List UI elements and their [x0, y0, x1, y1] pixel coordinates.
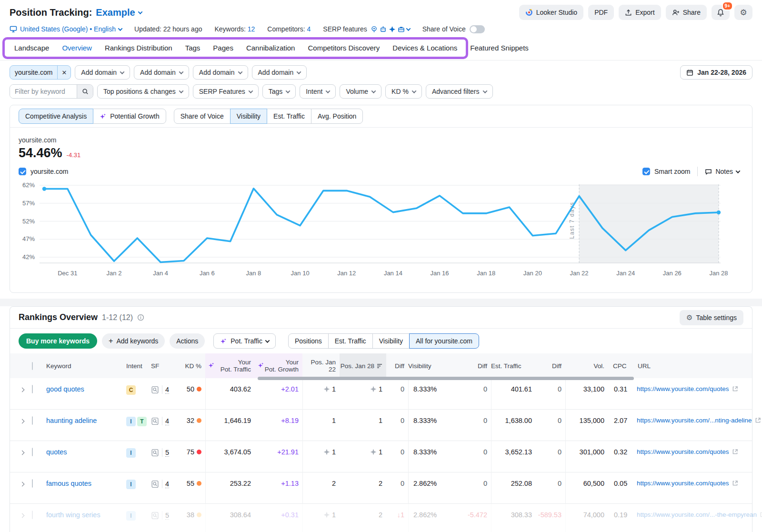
- col-diff-visibility[interactable]: Diff: [461, 362, 491, 370]
- tab-cannibalization[interactable]: Cannibalization: [246, 37, 295, 59]
- keyword-link[interactable]: fourth wing series: [46, 511, 100, 519]
- pdf-button[interactable]: PDF: [588, 5, 614, 20]
- tab-rankings-distribution[interactable]: Rankings Distribution: [105, 37, 172, 59]
- tab-overview[interactable]: Overview: [62, 37, 92, 59]
- url-link[interactable]: https://www.yoursite.com/...nting-adelin…: [637, 417, 752, 424]
- competitors-count[interactable]: Competitors: 4: [267, 25, 311, 33]
- row-checkbox[interactable]: [32, 479, 33, 488]
- col-pot-growth[interactable]: Your Pot. Growth: [255, 353, 302, 378]
- add-domain-button-4[interactable]: Add domain: [252, 65, 307, 80]
- url-link[interactable]: https://www.yoursite.com/...-the-empyrea…: [637, 511, 757, 518]
- intent-badge-i[interactable]: I: [126, 511, 136, 521]
- intent-badge-t[interactable]: T: [137, 417, 147, 426]
- row-expand-chevron[interactable]: [20, 482, 25, 487]
- view-est-traffic[interactable]: Est. Traffic: [328, 333, 373, 349]
- col-cpc[interactable]: CPC: [608, 362, 633, 370]
- share-of-voice-toggle[interactable]: [470, 25, 485, 33]
- competitive-analysis-toggle[interactable]: Competitive Analysis: [19, 109, 93, 124]
- metric-visibility[interactable]: Visibility: [230, 109, 267, 124]
- export-button[interactable]: Export: [619, 5, 661, 20]
- intent-badge-c[interactable]: C: [126, 385, 136, 395]
- search-button[interactable]: [77, 85, 93, 98]
- url-link[interactable]: https://www.yoursite.com/quotes: [637, 480, 729, 487]
- tab-featured-snippets[interactable]: Featured Snippets: [470, 37, 529, 59]
- url-link[interactable]: https://www.yoursite.com/quotes: [637, 385, 729, 392]
- project-selector[interactable]: Example: [96, 7, 141, 18]
- row-checkbox[interactable]: [32, 385, 33, 393]
- top-positions-filter[interactable]: Top positions & changes: [97, 84, 189, 99]
- serp-features-count[interactable]: 5: [165, 512, 169, 520]
- remove-domain-button[interactable]: ✕: [57, 65, 70, 80]
- tab-pages[interactable]: Pages: [213, 37, 233, 59]
- add-domain-button-3[interactable]: Add domain: [193, 65, 248, 80]
- select-all-checkbox[interactable]: [32, 362, 33, 370]
- tags-filter[interactable]: Tags: [262, 84, 296, 99]
- table-horizontal-scrollbar[interactable]: [258, 377, 634, 380]
- view-all-for-yoursite[interactable]: All for yoursite.com: [409, 333, 479, 349]
- col-intent[interactable]: Intent: [126, 362, 151, 370]
- row-expand-chevron[interactable]: [20, 451, 25, 455]
- keywords-count[interactable]: Keywords: 12: [214, 25, 255, 33]
- col-kd[interactable]: KD %: [180, 362, 205, 370]
- kd-filter[interactable]: KD %: [385, 84, 422, 99]
- col-volume[interactable]: Vol.: [565, 362, 608, 370]
- notes-dropdown[interactable]: Notes: [705, 168, 740, 175]
- intent-filter[interactable]: Intent: [300, 84, 336, 99]
- view-positions[interactable]: Positions: [288, 333, 329, 349]
- tab-competitors-discovery[interactable]: Competitors Discovery: [308, 37, 380, 59]
- actions-button[interactable]: Actions: [170, 333, 205, 349]
- row-expand-chevron[interactable]: [20, 388, 25, 392]
- col-url[interactable]: URL: [633, 362, 752, 370]
- legend-checkbox[interactable]: [19, 168, 26, 175]
- view-visibility[interactable]: Visibility: [372, 333, 410, 349]
- add-keywords-button[interactable]: +Add keywords: [102, 333, 165, 349]
- looker-studio-button[interactable]: Looker Studio: [519, 5, 583, 20]
- volume-filter[interactable]: Volume: [340, 84, 381, 99]
- col-sf[interactable]: SF: [151, 362, 180, 370]
- col-keyword[interactable]: Keyword: [46, 362, 126, 370]
- keyword-link[interactable]: good quotes: [46, 385, 84, 393]
- serp-features-count[interactable]: 4: [165, 417, 169, 425]
- add-domain-button-1[interactable]: Add domain: [75, 65, 130, 80]
- metric-avg-position[interactable]: Avg. Position: [311, 109, 363, 124]
- tab-devices-locations[interactable]: Devices & Locations: [392, 37, 457, 59]
- row-checkbox[interactable]: [32, 416, 33, 425]
- settings-button[interactable]: ⚙: [734, 5, 752, 20]
- legend-item-yoursite[interactable]: yoursite.com: [19, 168, 68, 175]
- share-button[interactable]: Share: [666, 5, 707, 20]
- metric-share-of-voice[interactable]: Share of Voice: [174, 109, 231, 124]
- row-checkbox[interactable]: [32, 511, 33, 519]
- intent-badge-i[interactable]: I: [126, 417, 136, 426]
- notifications-button[interactable]: 9+: [712, 5, 730, 20]
- serp-features-count[interactable]: 4: [165, 480, 169, 488]
- tab-landscape[interactable]: Landscape: [14, 37, 49, 59]
- location-selector[interactable]: United States (Google) • English: [10, 25, 122, 33]
- smart-zoom-checkbox[interactable]: [642, 168, 650, 175]
- serp-features-filter[interactable]: SERP Features: [193, 84, 259, 99]
- table-settings-button[interactable]: ⚙ Table settings: [680, 310, 743, 325]
- intent-badge-i[interactable]: I: [126, 480, 136, 489]
- potential-growth-toggle[interactable]: Potential Growth: [93, 109, 166, 124]
- serp-features-selector[interactable]: SERP features: [323, 25, 410, 33]
- row-expand-chevron[interactable]: [20, 513, 25, 518]
- serp-features-count[interactable]: 4: [165, 386, 169, 394]
- row-expand-chevron[interactable]: [20, 419, 25, 424]
- intent-badge-i[interactable]: I: [126, 448, 136, 458]
- url-link[interactable]: https://www.yoursite.com/quotes: [637, 448, 729, 455]
- buy-more-keywords-button[interactable]: Buy more keywords: [19, 333, 97, 349]
- col-pot-traffic[interactable]: Your Pot. Traffic: [205, 353, 255, 378]
- serp-features-count[interactable]: 5: [165, 449, 169, 457]
- col-visibility[interactable]: Visibility: [408, 362, 461, 370]
- keyword-link[interactable]: haunting adeline: [46, 417, 97, 424]
- keyword-link[interactable]: famous quotes: [46, 480, 91, 487]
- keyword-link[interactable]: quotes: [46, 448, 67, 456]
- metric-est-traffic[interactable]: Est. Traffic: [267, 109, 311, 124]
- pot-traffic-dropdown[interactable]: Pot. Traffic: [213, 333, 276, 349]
- col-pos-jan22[interactable]: Pos. Jan 22: [302, 359, 340, 373]
- tab-tags[interactable]: Tags: [185, 37, 201, 59]
- col-est-traffic[interactable]: Est. Traffic: [491, 362, 536, 370]
- keyword-filter-input[interactable]: [10, 85, 77, 98]
- col-diff-pos[interactable]: Diff: [386, 362, 408, 370]
- date-range-picker[interactable]: Jan 22-28, 2026: [680, 65, 752, 80]
- advanced-filters[interactable]: Advanced filters: [426, 84, 493, 99]
